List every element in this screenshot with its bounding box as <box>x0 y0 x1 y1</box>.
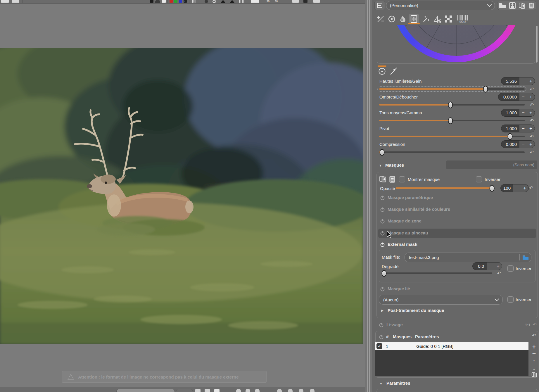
plus-button[interactable]: + <box>497 263 500 269</box>
slider-knob[interactable] <box>381 270 386 277</box>
linked-mask-title[interactable]: Masque lié <box>388 286 410 291</box>
parametres-section-title[interactable]: Paramètres <box>386 381 410 386</box>
spinbox-midtones[interactable]: 1.000 −+ <box>501 109 535 117</box>
bottom-icon[interactable] <box>214 389 220 392</box>
spin-value[interactable]: 5.536 <box>501 77 519 85</box>
tab-details[interactable] <box>398 14 408 24</box>
spinbox-pivot[interactable]: 1.000 −+ <box>501 125 535 132</box>
slider-knob[interactable] <box>379 149 384 156</box>
slider-shadows[interactable] <box>379 104 525 106</box>
mask-type-brush[interactable]: Masque au pinceau <box>388 230 428 235</box>
minus-button[interactable]: − <box>489 263 492 269</box>
spin-value[interactable]: 1.000 <box>501 109 519 116</box>
reset-icon[interactable]: ↶ <box>533 322 537 327</box>
slider-midtones[interactable] <box>379 120 525 121</box>
tab-special-effects[interactable] <box>421 14 431 24</box>
history-list-button[interactable] <box>374 1 385 10</box>
black-point-icon[interactable] <box>150 0 153 3</box>
color-wheel-panel[interactable] <box>377 25 535 64</box>
image-preview-deer[interactable] <box>0 48 363 344</box>
move-down-button[interactable]: ↓ <box>531 365 537 371</box>
bottom-button[interactable] <box>116 389 175 392</box>
bottom-icon[interactable] <box>310 389 315 392</box>
power-icon[interactable] <box>380 286 385 291</box>
panel-splitter[interactable] <box>365 0 372 392</box>
show-mask-checkbox[interactable] <box>399 176 405 182</box>
green-channel-icon[interactable] <box>174 0 177 3</box>
invert-mask-checkbox[interactable] <box>476 176 482 182</box>
curve-mode-icon[interactable] <box>389 67 398 75</box>
red-channel-icon[interactable] <box>170 0 173 3</box>
power-icon[interactable] <box>380 195 385 200</box>
bars-icon[interactable] <box>192 0 194 3</box>
reset-icon[interactable]: ↶ <box>529 186 533 191</box>
power-icon[interactable] <box>380 207 385 212</box>
spinbox-highlights[interactable]: 5.536 −+ <box>501 77 535 85</box>
reset-icon[interactable]: ↶ <box>530 150 534 155</box>
copy-mask-icon[interactable] <box>379 175 387 183</box>
power-icon-on[interactable] <box>380 242 385 247</box>
paste-mask-icon[interactable] <box>389 175 396 183</box>
plus-button[interactable]: + <box>523 185 526 191</box>
power-icon[interactable] <box>380 231 385 236</box>
spin-value[interactable]: 0.000 <box>501 141 519 148</box>
linked-invert-checkbox[interactable] <box>507 296 514 303</box>
power-icon[interactable] <box>380 219 385 224</box>
reset-icon[interactable]: ↶ <box>530 134 534 139</box>
toolbar-icon[interactable] <box>313 0 320 3</box>
circle-icon[interactable] <box>205 0 208 3</box>
tab-color[interactable] <box>386 14 397 24</box>
feather-spinbox[interactable]: 0.0 −+ <box>472 262 502 270</box>
bottom-icon[interactable] <box>288 389 293 392</box>
bottom-button[interactable] <box>176 389 193 392</box>
gray-point-icon[interactable] <box>155 0 160 3</box>
tab-transform[interactable] <box>432 14 443 24</box>
panel-icon[interactable] <box>251 0 259 3</box>
remove-mask-button[interactable]: − <box>531 351 537 357</box>
bottom-icon[interactable] <box>255 389 260 392</box>
mask-name-field[interactable]: (Sans nom) <box>446 160 537 169</box>
ring-icon[interactable] <box>213 0 216 3</box>
save-icon[interactable] <box>509 2 516 9</box>
spin-value[interactable]: 1.000 <box>501 125 519 132</box>
mask-file-field[interactable]: test-mask3.png <box>405 253 531 262</box>
duplicate-mask-icon[interactable] <box>531 372 537 378</box>
opacity-slider[interactable] <box>395 187 495 189</box>
slider-compression[interactable] <box>379 151 525 153</box>
minus-button[interactable]: − <box>522 126 525 132</box>
masques-section-title[interactable]: Masques <box>385 163 404 167</box>
reset-icon[interactable]: ↶ <box>530 87 534 92</box>
reset-icon[interactable]: ↶ <box>497 271 501 276</box>
shadow-clip-icon[interactable] <box>221 0 225 3</box>
profile-preset-dropdown[interactable]: (Personnalisé) <box>386 1 495 10</box>
toolbar-icon[interactable] <box>303 0 307 3</box>
minus-button[interactable]: − <box>522 141 525 147</box>
minus-button[interactable]: − <box>522 110 525 116</box>
minus-button[interactable]: − <box>522 94 525 100</box>
move-up-button[interactable]: ↑ <box>531 358 537 364</box>
minus-button[interactable]: − <box>516 185 519 191</box>
collapse-icon[interactable]: ▼ <box>379 382 383 385</box>
wheel-mode-icon[interactable] <box>378 68 386 75</box>
highlight-clip-icon[interactable] <box>230 0 234 3</box>
spin-value[interactable]: 0.0000 <box>498 93 519 101</box>
bottom-icon[interactable] <box>236 389 241 392</box>
mask-type-color-similarity[interactable]: Masque similarité de couleurs <box>388 207 450 212</box>
reset-icon[interactable]: ↶ <box>530 118 534 123</box>
reset-icon[interactable]: ↶ <box>530 103 534 108</box>
slider-knob[interactable] <box>448 101 453 108</box>
lissage-section-title[interactable]: Lissage <box>386 322 403 327</box>
white-point-icon[interactable] <box>162 0 166 3</box>
spinbox-shadows[interactable]: 0.0000 −+ <box>498 93 535 101</box>
mask-type-parametric[interactable]: Masque paramétrique <box>388 195 433 200</box>
bottom-icon[interactable] <box>299 389 303 392</box>
tab-local-editing-selected[interactable] <box>409 14 419 24</box>
plus-button[interactable]: + <box>529 126 532 132</box>
toolbar-icon[interactable] <box>1 0 9 3</box>
plus-button[interactable]: + <box>529 78 532 84</box>
collapse-icon[interactable]: ▼ <box>379 164 382 167</box>
slider-knob[interactable] <box>483 86 488 92</box>
add-mask-button[interactable]: + <box>531 344 537 350</box>
tab-metadata[interactable]: META <box>456 14 469 24</box>
mask-type-area[interactable]: Masque de zone <box>388 218 421 223</box>
